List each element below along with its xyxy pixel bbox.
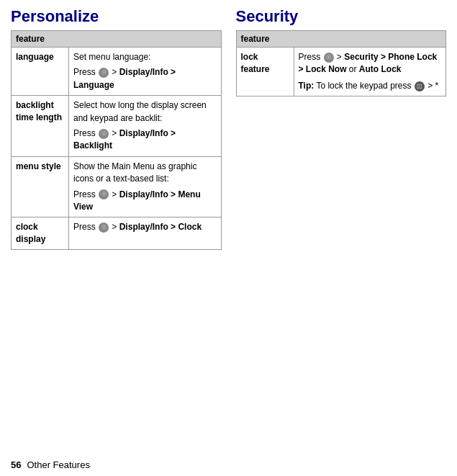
feature-desc-backlight: Select how long the display screen and k…: [69, 96, 222, 157]
footer: 56 Other Features: [0, 454, 457, 476]
content-area: Personalize feature language Set menu la…: [0, 0, 457, 454]
feature-desc-lock: Press ☉ > Security > Phone Lock > Lock N…: [294, 48, 446, 96]
menu-icon-2: ☉: [99, 129, 109, 139]
feature-name-backlight: backlight time length: [12, 96, 69, 157]
table-row: backlight time length Select how long th…: [12, 96, 222, 157]
page-number: 56: [11, 459, 21, 470]
personalize-table: feature language Set menu language: Pres…: [11, 30, 222, 250]
press-line-language: Press ☉ > Display/Info > Language: [73, 66, 217, 91]
security-title: Security: [236, 7, 447, 26]
feature-desc-clock: Press ☉ > Display/Info > Clock: [69, 217, 222, 250]
feature-name-clock: clock display: [12, 217, 69, 250]
menu-icon-4: ☉: [99, 223, 109, 233]
personalize-title: Personalize: [11, 7, 222, 26]
personalize-column: Personalize feature language Set menu la…: [11, 7, 222, 443]
feature-name-lock: lock feature: [236, 48, 294, 96]
feature-desc-language: Set menu language: Press ☉ > Display/Inf…: [69, 48, 222, 96]
lock-tip: Tip: To lock the keypad press ◫ > *: [299, 80, 442, 92]
table-row: language Set menu language: Press ☉ > Di…: [12, 48, 222, 96]
press-line-menu-style: Press ☉ > Display/Info > Menu View: [73, 189, 217, 214]
menu-icon-5: ☉: [324, 53, 334, 63]
table-row: lock feature Press ☉ > Security > Phone …: [236, 48, 446, 96]
feature-name-language: language: [12, 48, 69, 96]
security-header: feature: [236, 31, 446, 48]
table-row: clock display Press ☉ > Display/Info > C…: [12, 217, 222, 250]
keypad-icon: ◫: [415, 81, 425, 91]
menu-icon-3: ☉: [99, 189, 109, 199]
feature-desc-menu-style: Show the Main Menu as graphic icons or a…: [69, 156, 222, 217]
page-container: Personalize feature language Set menu la…: [0, 0, 457, 476]
security-column: Security feature lock feature Press ☉ > …: [236, 7, 447, 443]
feature-name-menu-style: menu style: [12, 156, 69, 217]
footer-section: Other Features: [27, 459, 89, 470]
personalize-header: feature: [12, 31, 222, 48]
press-line-backlight: Press ☉ > Display/Info > Backlight: [73, 127, 217, 153]
menu-icon-1: ☉: [99, 68, 109, 78]
security-table: feature lock feature Press ☉ > Security …: [236, 30, 447, 96]
table-row: menu style Show the Main Menu as graphic…: [12, 156, 222, 217]
